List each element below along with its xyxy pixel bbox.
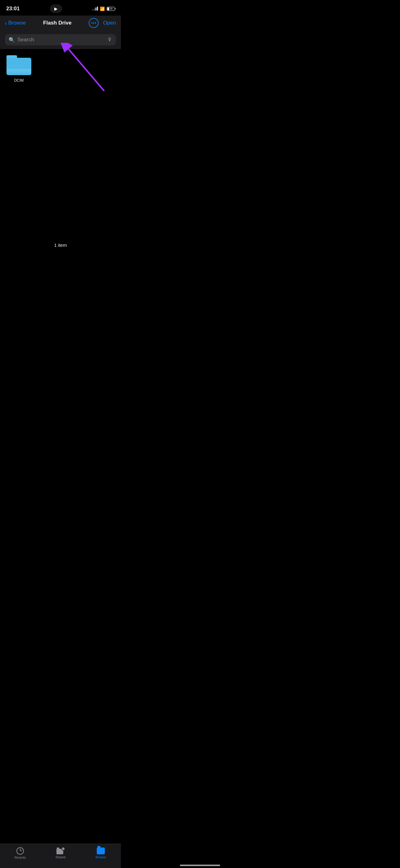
search-input[interactable] (18, 37, 105, 43)
folder-icon (6, 55, 31, 75)
main-content: DCIM 1 item (0, 49, 121, 260)
arrow-annotation (52, 43, 107, 94)
facetime-icon: ▶ (54, 6, 58, 11)
status-bar: 23:01 ▶ 📶 26 (0, 0, 121, 16)
status-center: ▶ (50, 4, 62, 13)
status-right: 📶 26 (92, 6, 115, 11)
status-time: 23:01 (6, 6, 20, 12)
signal-bars-icon (92, 7, 98, 10)
ellipsis-icon: ••• (91, 21, 97, 25)
open-button[interactable]: Open (103, 20, 116, 26)
back-label: Browse (8, 20, 26, 26)
page-title: Flash Drive (43, 20, 72, 26)
search-bar: 🔍 🎙 (5, 34, 116, 45)
nav-header: ‹ Browse Flash Drive ••• Open (0, 16, 121, 32)
item-count: 1 item (5, 243, 116, 248)
more-options-button[interactable]: ••• (89, 18, 99, 28)
nav-actions: ••• Open (89, 18, 116, 28)
facetime-pill: ▶ (50, 4, 62, 13)
battery-indicator: 26 (107, 7, 115, 11)
svg-line-1 (69, 49, 104, 91)
back-button[interactable]: ‹ Browse (5, 20, 26, 26)
folder-item-dcim[interactable]: DCIM (5, 55, 33, 83)
folder-name: DCIM (14, 78, 24, 83)
chevron-left-icon: ‹ (5, 20, 7, 26)
microphone-icon[interactable]: 🎙 (107, 37, 112, 42)
search-container: 🔍 🎙 (0, 32, 121, 49)
wifi-icon: 📶 (100, 6, 105, 11)
search-icon: 🔍 (9, 37, 15, 43)
